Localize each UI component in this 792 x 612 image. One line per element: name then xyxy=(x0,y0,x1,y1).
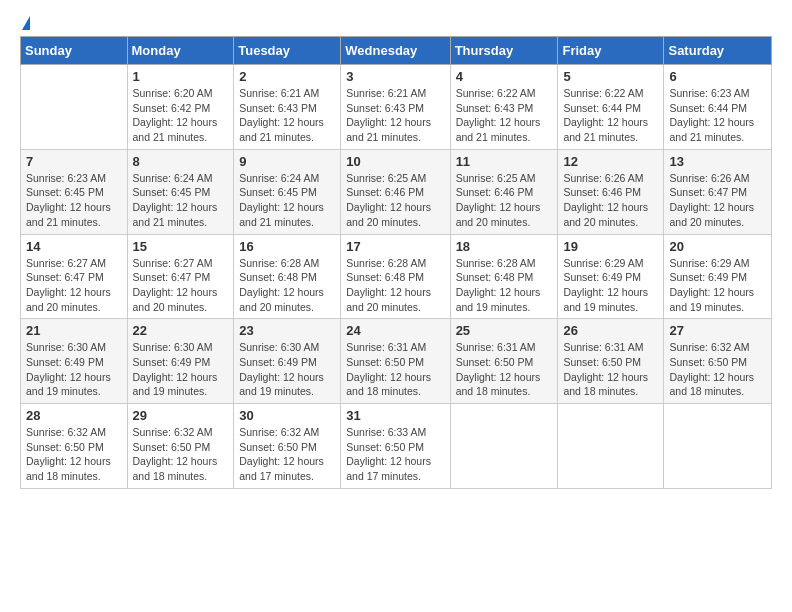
day-info: Sunrise: 6:31 AM Sunset: 6:50 PM Dayligh… xyxy=(456,340,553,399)
day-info: Sunrise: 6:22 AM Sunset: 6:43 PM Dayligh… xyxy=(456,86,553,145)
calendar-cell: 3Sunrise: 6:21 AM Sunset: 6:43 PM Daylig… xyxy=(341,65,450,150)
calendar-cell: 20Sunrise: 6:29 AM Sunset: 6:49 PM Dayli… xyxy=(664,234,772,319)
day-number: 5 xyxy=(563,69,658,84)
calendar-cell: 22Sunrise: 6:30 AM Sunset: 6:49 PM Dayli… xyxy=(127,319,234,404)
day-number: 25 xyxy=(456,323,553,338)
day-info: Sunrise: 6:27 AM Sunset: 6:47 PM Dayligh… xyxy=(133,256,229,315)
day-info: Sunrise: 6:23 AM Sunset: 6:45 PM Dayligh… xyxy=(26,171,122,230)
day-number: 10 xyxy=(346,154,444,169)
day-info: Sunrise: 6:21 AM Sunset: 6:43 PM Dayligh… xyxy=(239,86,335,145)
calendar-week-row: 14Sunrise: 6:27 AM Sunset: 6:47 PM Dayli… xyxy=(21,234,772,319)
calendar-week-row: 28Sunrise: 6:32 AM Sunset: 6:50 PM Dayli… xyxy=(21,404,772,489)
day-number: 26 xyxy=(563,323,658,338)
day-info: Sunrise: 6:29 AM Sunset: 6:49 PM Dayligh… xyxy=(563,256,658,315)
calendar-cell: 1Sunrise: 6:20 AM Sunset: 6:42 PM Daylig… xyxy=(127,65,234,150)
calendar-cell: 19Sunrise: 6:29 AM Sunset: 6:49 PM Dayli… xyxy=(558,234,664,319)
calendar-cell: 18Sunrise: 6:28 AM Sunset: 6:48 PM Dayli… xyxy=(450,234,558,319)
day-number: 12 xyxy=(563,154,658,169)
calendar-cell: 31Sunrise: 6:33 AM Sunset: 6:50 PM Dayli… xyxy=(341,404,450,489)
calendar-cell: 21Sunrise: 6:30 AM Sunset: 6:49 PM Dayli… xyxy=(21,319,128,404)
day-number: 2 xyxy=(239,69,335,84)
day-info: Sunrise: 6:26 AM Sunset: 6:47 PM Dayligh… xyxy=(669,171,766,230)
day-info: Sunrise: 6:33 AM Sunset: 6:50 PM Dayligh… xyxy=(346,425,444,484)
calendar-cell: 14Sunrise: 6:27 AM Sunset: 6:47 PM Dayli… xyxy=(21,234,128,319)
weekday-header-thursday: Thursday xyxy=(450,37,558,65)
day-info: Sunrise: 6:21 AM Sunset: 6:43 PM Dayligh… xyxy=(346,86,444,145)
day-info: Sunrise: 6:25 AM Sunset: 6:46 PM Dayligh… xyxy=(346,171,444,230)
calendar-cell: 7Sunrise: 6:23 AM Sunset: 6:45 PM Daylig… xyxy=(21,149,128,234)
weekday-header-wednesday: Wednesday xyxy=(341,37,450,65)
day-info: Sunrise: 6:30 AM Sunset: 6:49 PM Dayligh… xyxy=(239,340,335,399)
calendar-cell: 10Sunrise: 6:25 AM Sunset: 6:46 PM Dayli… xyxy=(341,149,450,234)
day-number: 31 xyxy=(346,408,444,423)
day-info: Sunrise: 6:30 AM Sunset: 6:49 PM Dayligh… xyxy=(133,340,229,399)
day-number: 14 xyxy=(26,239,122,254)
day-info: Sunrise: 6:20 AM Sunset: 6:42 PM Dayligh… xyxy=(133,86,229,145)
calendar-cell: 23Sunrise: 6:30 AM Sunset: 6:49 PM Dayli… xyxy=(234,319,341,404)
day-info: Sunrise: 6:31 AM Sunset: 6:50 PM Dayligh… xyxy=(346,340,444,399)
day-info: Sunrise: 6:25 AM Sunset: 6:46 PM Dayligh… xyxy=(456,171,553,230)
calendar-cell: 26Sunrise: 6:31 AM Sunset: 6:50 PM Dayli… xyxy=(558,319,664,404)
day-info: Sunrise: 6:30 AM Sunset: 6:49 PM Dayligh… xyxy=(26,340,122,399)
day-number: 18 xyxy=(456,239,553,254)
day-number: 27 xyxy=(669,323,766,338)
calendar-cell: 17Sunrise: 6:28 AM Sunset: 6:48 PM Dayli… xyxy=(341,234,450,319)
calendar-cell: 13Sunrise: 6:26 AM Sunset: 6:47 PM Dayli… xyxy=(664,149,772,234)
day-info: Sunrise: 6:28 AM Sunset: 6:48 PM Dayligh… xyxy=(346,256,444,315)
calendar-cell: 2Sunrise: 6:21 AM Sunset: 6:43 PM Daylig… xyxy=(234,65,341,150)
calendar-cell: 5Sunrise: 6:22 AM Sunset: 6:44 PM Daylig… xyxy=(558,65,664,150)
day-info: Sunrise: 6:32 AM Sunset: 6:50 PM Dayligh… xyxy=(669,340,766,399)
calendar-cell: 24Sunrise: 6:31 AM Sunset: 6:50 PM Dayli… xyxy=(341,319,450,404)
day-number: 7 xyxy=(26,154,122,169)
day-number: 4 xyxy=(456,69,553,84)
day-info: Sunrise: 6:29 AM Sunset: 6:49 PM Dayligh… xyxy=(669,256,766,315)
day-info: Sunrise: 6:32 AM Sunset: 6:50 PM Dayligh… xyxy=(133,425,229,484)
weekday-header-friday: Friday xyxy=(558,37,664,65)
day-info: Sunrise: 6:32 AM Sunset: 6:50 PM Dayligh… xyxy=(26,425,122,484)
calendar-cell: 8Sunrise: 6:24 AM Sunset: 6:45 PM Daylig… xyxy=(127,149,234,234)
calendar-cell: 29Sunrise: 6:32 AM Sunset: 6:50 PM Dayli… xyxy=(127,404,234,489)
day-number: 30 xyxy=(239,408,335,423)
day-number: 15 xyxy=(133,239,229,254)
day-number: 3 xyxy=(346,69,444,84)
day-info: Sunrise: 6:22 AM Sunset: 6:44 PM Dayligh… xyxy=(563,86,658,145)
day-number: 21 xyxy=(26,323,122,338)
calendar-cell: 25Sunrise: 6:31 AM Sunset: 6:50 PM Dayli… xyxy=(450,319,558,404)
day-info: Sunrise: 6:31 AM Sunset: 6:50 PM Dayligh… xyxy=(563,340,658,399)
logo xyxy=(20,16,32,26)
day-number: 29 xyxy=(133,408,229,423)
weekday-header-sunday: Sunday xyxy=(21,37,128,65)
calendar-week-row: 7Sunrise: 6:23 AM Sunset: 6:45 PM Daylig… xyxy=(21,149,772,234)
calendar-week-row: 21Sunrise: 6:30 AM Sunset: 6:49 PM Dayli… xyxy=(21,319,772,404)
day-number: 8 xyxy=(133,154,229,169)
weekday-header-row: SundayMondayTuesdayWednesdayThursdayFrid… xyxy=(21,37,772,65)
day-info: Sunrise: 6:23 AM Sunset: 6:44 PM Dayligh… xyxy=(669,86,766,145)
calendar-cell: 15Sunrise: 6:27 AM Sunset: 6:47 PM Dayli… xyxy=(127,234,234,319)
day-number: 20 xyxy=(669,239,766,254)
weekday-header-tuesday: Tuesday xyxy=(234,37,341,65)
day-number: 11 xyxy=(456,154,553,169)
weekday-header-monday: Monday xyxy=(127,37,234,65)
day-number: 9 xyxy=(239,154,335,169)
day-info: Sunrise: 6:28 AM Sunset: 6:48 PM Dayligh… xyxy=(239,256,335,315)
day-number: 23 xyxy=(239,323,335,338)
day-number: 19 xyxy=(563,239,658,254)
calendar-cell: 4Sunrise: 6:22 AM Sunset: 6:43 PM Daylig… xyxy=(450,65,558,150)
calendar-cell xyxy=(664,404,772,489)
day-info: Sunrise: 6:28 AM Sunset: 6:48 PM Dayligh… xyxy=(456,256,553,315)
calendar-cell: 28Sunrise: 6:32 AM Sunset: 6:50 PM Dayli… xyxy=(21,404,128,489)
logo-triangle xyxy=(22,16,30,30)
logo-wordmark xyxy=(20,16,32,26)
calendar-cell: 11Sunrise: 6:25 AM Sunset: 6:46 PM Dayli… xyxy=(450,149,558,234)
day-info: Sunrise: 6:24 AM Sunset: 6:45 PM Dayligh… xyxy=(133,171,229,230)
day-number: 24 xyxy=(346,323,444,338)
day-info: Sunrise: 6:26 AM Sunset: 6:46 PM Dayligh… xyxy=(563,171,658,230)
calendar-cell: 9Sunrise: 6:24 AM Sunset: 6:45 PM Daylig… xyxy=(234,149,341,234)
calendar-cell: 16Sunrise: 6:28 AM Sunset: 6:48 PM Dayli… xyxy=(234,234,341,319)
page-header xyxy=(20,16,772,26)
day-number: 17 xyxy=(346,239,444,254)
calendar-table: SundayMondayTuesdayWednesdayThursdayFrid… xyxy=(20,36,772,489)
day-number: 1 xyxy=(133,69,229,84)
day-info: Sunrise: 6:24 AM Sunset: 6:45 PM Dayligh… xyxy=(239,171,335,230)
day-number: 16 xyxy=(239,239,335,254)
